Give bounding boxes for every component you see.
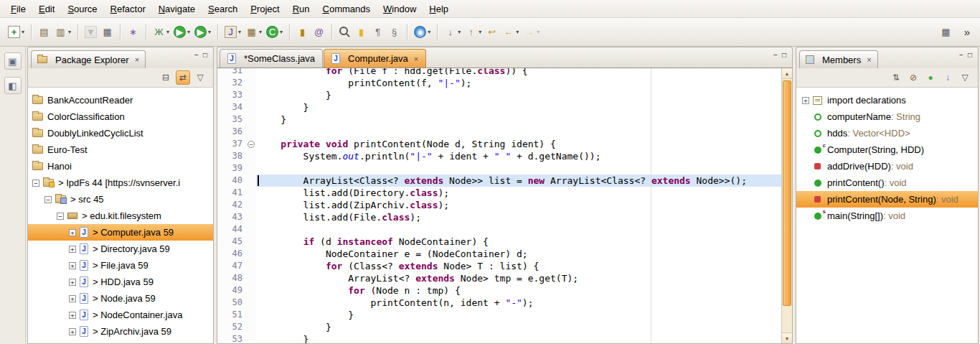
new-wizard-button[interactable]: +▾ bbox=[6, 24, 27, 40]
annotation-ruler[interactable] bbox=[217, 297, 225, 309]
code-line-38[interactable]: 38 System.out.println("|-" + ident + " "… bbox=[217, 150, 781, 162]
code-text[interactable]: for (Class<? extends Node> T : list) { bbox=[256, 260, 781, 272]
menu-navigate[interactable]: Navigate bbox=[152, 1, 202, 17]
editor-scrollbar[interactable]: ▲ ▼ bbox=[781, 68, 792, 343]
code-line-46[interactable]: 46 NodeContainer e = (NodeContainer) d; bbox=[217, 248, 781, 260]
close-icon[interactable]: × bbox=[867, 55, 871, 64]
annotation-ruler[interactable] bbox=[217, 89, 225, 101]
close-icon[interactable]: × bbox=[414, 55, 418, 63]
code-line-33[interactable]: 33 } bbox=[217, 89, 781, 101]
annotation-ruler[interactable] bbox=[217, 333, 225, 343]
new-java-project-button[interactable]: J▾ bbox=[222, 24, 243, 40]
member-item[interactable]: printContent(Node, String) : void bbox=[796, 191, 978, 208]
code-line-52[interactable]: 52 } bbox=[217, 321, 781, 333]
code-text[interactable]: NodeContainer e = (NodeContainer) d; bbox=[256, 248, 781, 260]
code-line-31[interactable]: 31 for (File f : hdd.get(File.class)) { bbox=[217, 68, 781, 77]
next-annotation-button[interactable]: ↓▾ bbox=[442, 24, 463, 40]
last-edit-location-button[interactable]: ↩ bbox=[484, 24, 500, 40]
editor-tab[interactable]: *SomeClass.java bbox=[220, 49, 323, 68]
hide-fields-button[interactable]: ⊘ bbox=[906, 70, 920, 85]
menu-run[interactable]: Run bbox=[286, 1, 316, 17]
code-line-35[interactable]: 35 } bbox=[217, 113, 781, 126]
member-item[interactable]: computerName : String bbox=[796, 108, 978, 125]
annotation-ruler[interactable] bbox=[217, 113, 225, 126]
code-text[interactable]: ArrayList<Class<? extends Node>> list = … bbox=[256, 175, 781, 187]
annotation-ruler[interactable] bbox=[217, 248, 225, 260]
code-text[interactable] bbox=[256, 162, 781, 175]
tree-item[interactable]: −> edu.kit.filesystem bbox=[28, 208, 213, 224]
code-text[interactable] bbox=[256, 126, 781, 138]
annotation-ruler[interactable] bbox=[217, 284, 225, 297]
menu-file[interactable]: File bbox=[4, 1, 32, 17]
tree-item[interactable]: +> Node.java 59 bbox=[28, 290, 213, 307]
previous-annotation-button[interactable]: ↑▾ bbox=[463, 24, 484, 40]
tree-expander-icon[interactable]: + bbox=[69, 262, 76, 269]
jar-export-button[interactable]: ▮ bbox=[294, 24, 311, 40]
code-line-34[interactable]: 34 } bbox=[217, 101, 781, 113]
code-line-37[interactable]: 37− private void printContent(Node d, St… bbox=[217, 138, 781, 150]
menu-help[interactable]: Help bbox=[423, 1, 455, 17]
code-text[interactable]: for (Node n : tmp) { bbox=[256, 284, 781, 297]
mark-occurrences-button[interactable]: ¶ bbox=[369, 24, 386, 40]
annotation-ruler[interactable] bbox=[217, 77, 225, 89]
code-text[interactable]: } bbox=[256, 321, 781, 333]
tree-item[interactable]: ColorClassification bbox=[28, 108, 213, 125]
tree-expander-icon[interactable]: − bbox=[57, 213, 64, 220]
new-package-button[interactable]: ▦▾ bbox=[243, 24, 264, 40]
search-button[interactable] bbox=[336, 24, 353, 40]
member-item[interactable]: addDrive(HDD) : void bbox=[796, 158, 978, 175]
code-text[interactable]: } bbox=[256, 89, 781, 101]
code-line-41[interactable]: 41 list.add(Directory.class); bbox=[217, 187, 781, 199]
code-line-42[interactable]: 42 list.add(ZipArchiv.class); bbox=[217, 199, 781, 211]
scroll-down-icon[interactable]: ▼ bbox=[782, 333, 792, 343]
tree-item[interactable]: +> HDD.java 59 bbox=[28, 274, 213, 290]
annotation-ruler[interactable] bbox=[217, 236, 225, 248]
code-line-47[interactable]: 47 for (Class<? extends Node> T : list) … bbox=[217, 260, 781, 272]
back-button[interactable]: ←▾ bbox=[500, 24, 521, 40]
javadoc-button[interactable]: @ bbox=[311, 24, 327, 40]
print-button[interactable]: ▦ bbox=[99, 24, 116, 40]
maximize-button[interactable]: □ bbox=[966, 50, 974, 59]
annotation-ruler[interactable] bbox=[217, 101, 225, 113]
restore-package-explorer-button[interactable]: ▣ bbox=[4, 52, 22, 70]
code-line-36[interactable]: 36 bbox=[217, 126, 781, 138]
web-browser-button[interactable]: ◉▾ bbox=[412, 24, 433, 40]
minimize-editor-button[interactable]: − bbox=[771, 50, 780, 59]
tree-expander-icon[interactable]: + bbox=[69, 279, 76, 286]
tree-expander-icon[interactable]: + bbox=[69, 328, 76, 335]
code-line-48[interactable]: 48 ArrayList<? extends Node> tmp = e.get… bbox=[217, 272, 781, 284]
annotation-ruler[interactable] bbox=[217, 321, 225, 333]
view-menu-button[interactable]: ▽ bbox=[958, 70, 972, 85]
annotation-ruler[interactable] bbox=[217, 162, 225, 175]
code-text[interactable]: } bbox=[256, 333, 781, 343]
fold-margin[interactable]: − bbox=[246, 138, 256, 150]
code-line-45[interactable]: 45 if (d instanceof NodeContainer) { bbox=[217, 236, 781, 248]
tree-expander-icon[interactable]: + bbox=[69, 229, 76, 236]
code-text[interactable]: System.out.println("|-" + ident + " " + … bbox=[256, 150, 781, 162]
code-text[interactable] bbox=[256, 223, 781, 236]
code-text[interactable]: } bbox=[256, 309, 781, 321]
code-text[interactable]: list.add(File.class); bbox=[256, 211, 781, 223]
link-with-editor-button[interactable]: ⇄ bbox=[176, 70, 190, 85]
code-line-40[interactable]: 40 ArrayList<Class<? extends Node>> list… bbox=[217, 175, 781, 187]
fold-collapse-icon[interactable]: − bbox=[248, 141, 255, 148]
members-tab[interactable]: Members × bbox=[799, 50, 878, 68]
debug-button[interactable]: Ж▾ bbox=[151, 24, 171, 40]
code-text[interactable]: printContent(n, ident + "-"); bbox=[256, 297, 781, 309]
code-area[interactable]: 31 for (File f : hdd.get(File.class)) {3… bbox=[217, 68, 781, 343]
new-class-button[interactable]: C▾ bbox=[264, 24, 285, 40]
show-annotations-button[interactable]: § bbox=[386, 24, 402, 40]
run-button[interactable]: ▶▾ bbox=[171, 24, 192, 40]
scrollbar-thumb[interactable] bbox=[783, 80, 791, 306]
annotation-ruler[interactable] bbox=[217, 272, 225, 284]
code-line-51[interactable]: 51 } bbox=[217, 309, 781, 321]
tree-item[interactable]: Hanoi bbox=[28, 158, 213, 175]
tree-expander-icon[interactable]: + bbox=[69, 246, 76, 253]
member-item[interactable]: printContent() : void bbox=[796, 175, 978, 191]
hide-static-members-button[interactable]: ● bbox=[923, 70, 938, 85]
annotation-ruler[interactable] bbox=[217, 211, 225, 223]
menu-window[interactable]: Window bbox=[377, 1, 423, 17]
menu-project[interactable]: Project bbox=[244, 1, 286, 17]
tree-item[interactable]: DoublyLinkedCyclicList bbox=[28, 125, 213, 141]
tree-item[interactable]: +> Directory.java 59 bbox=[28, 241, 213, 257]
